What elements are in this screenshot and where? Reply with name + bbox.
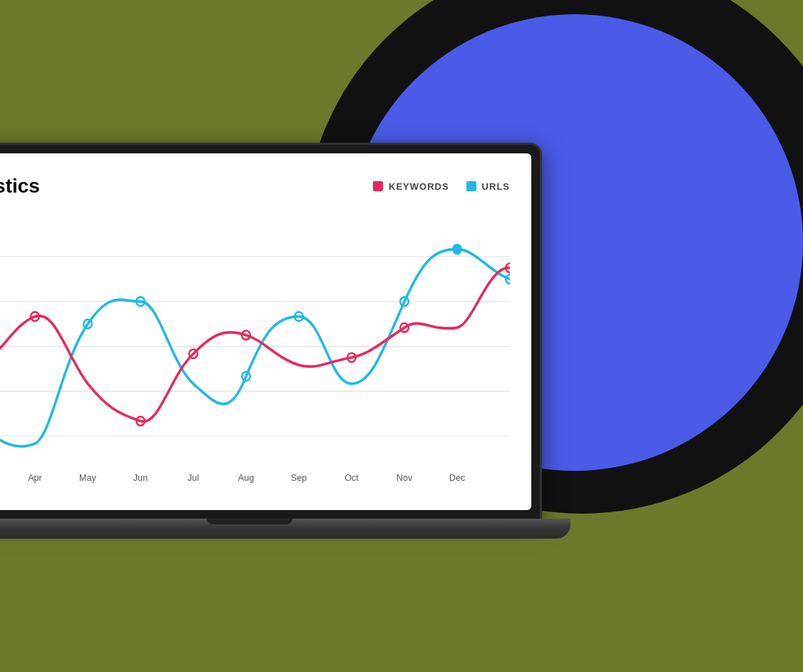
urls-line — [0, 249, 510, 446]
laptop-base-notch — [207, 519, 292, 524]
chart-svg: Mar Apr May Jun Jul Aug Sep Oct Nov Dec — [0, 212, 510, 496]
month-jul: Jul — [188, 472, 199, 484]
laptop-screen-bezel: tistics KEYWORDS URLS — [0, 143, 542, 521]
laptop-base — [0, 519, 571, 539]
legend-dot-keywords — [373, 181, 383, 191]
month-nov: Nov — [397, 472, 413, 484]
legend-urls: URLS — [466, 181, 510, 192]
month-aug: Aug — [238, 472, 254, 484]
month-sep: Sep — [291, 472, 307, 484]
chart-container: tistics KEYWORDS URLS — [0, 153, 531, 510]
chart-header: tistics KEYWORDS URLS — [0, 175, 510, 198]
month-may: May — [79, 472, 96, 484]
urls-point-6 — [453, 245, 461, 254]
legend-keywords-label: KEYWORDS — [389, 181, 449, 192]
month-apr: Apr — [28, 472, 42, 484]
month-jun: Jun — [133, 472, 148, 484]
legend-keywords: KEYWORDS — [373, 181, 449, 192]
chart-area: Mar Apr May Jun Jul Aug Sep Oct Nov Dec — [0, 212, 510, 496]
month-oct: Oct — [344, 472, 359, 484]
chart-legend: KEYWORDS URLS — [373, 181, 510, 192]
legend-urls-label: URLS — [482, 181, 510, 192]
chart-title: tistics — [0, 175, 40, 198]
laptop-wrapper: tistics KEYWORDS URLS — [0, 143, 599, 642]
legend-dot-urls — [466, 181, 476, 191]
laptop-screen: tistics KEYWORDS URLS — [0, 153, 531, 510]
month-dec: Dec — [449, 472, 466, 484]
